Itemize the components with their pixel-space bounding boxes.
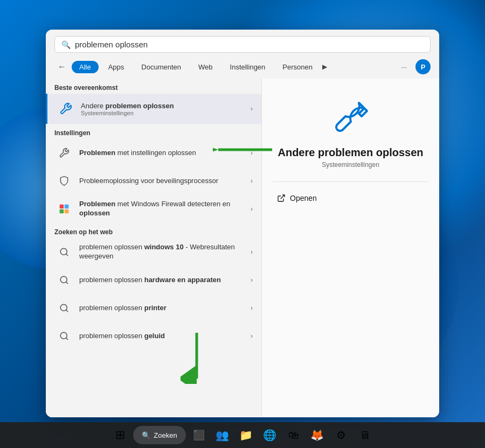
web-search-icon-4	[54, 326, 74, 346]
list-item-beveiligingsprocessor[interactable]: Probleemoplossing voor beveilingsprocess…	[46, 167, 261, 195]
list-item-arrow-web4: ›	[251, 332, 253, 340]
list-item-content-1: Problemen met instellingen oplossen	[74, 149, 251, 158]
search-input-wrapper[interactable]: 🔍 problemen oplossen	[54, 36, 431, 53]
taskbar-taskview-button[interactable]: ⬛	[188, 424, 210, 446]
open-label: Openen	[290, 194, 317, 202]
best-match-subtitle: Systeeminstellingen	[81, 110, 251, 116]
list-item-content-2: Probleemoplossing voor beveilingsprocess…	[74, 177, 251, 186]
taskbar: ⊞ 🔍 Zoeken ⬛ 👥 📁 🌐 🛍 🦊 ⚙ 🖥	[0, 422, 485, 448]
taskbar-remote-button[interactable]: 🖥	[354, 424, 376, 446]
taskbar-store-button[interactable]: 🛍	[283, 424, 304, 446]
svg-line-12	[281, 195, 285, 199]
search-bar-area: 🔍 problemen oplossen	[46, 30, 439, 57]
list-item-content-3: Problemen met Windows Firewall detectere…	[74, 200, 251, 218]
right-panel: Andere problemen oplossen Systeeminstell…	[261, 79, 439, 417]
firewall-icon	[54, 199, 74, 219]
back-button[interactable]: ←	[54, 60, 70, 74]
list-item-content-web3: problemen oplossen printer	[74, 304, 251, 313]
best-match-arrow: ›	[251, 105, 253, 113]
svg-line-7	[66, 282, 67, 283]
section-label-web: Zoeken op het web	[46, 223, 261, 238]
right-panel-title: Andere problemen oplossen	[278, 146, 423, 159]
svg-rect-1	[65, 205, 69, 209]
tab-alle[interactable]: Alle	[72, 61, 99, 73]
taskbar-teams-button[interactable]: 👥	[212, 424, 233, 446]
section-label-instellingen: Instellingen	[46, 124, 261, 139]
list-item-title-3: Problemen met Windows Firewall detectere…	[79, 200, 251, 218]
section-label-beste: Beste overeenkomst	[46, 79, 261, 94]
right-panel-divider	[273, 181, 428, 182]
svg-rect-3	[65, 209, 69, 214]
web-search-icon-3	[54, 298, 74, 318]
best-match-title: Andere problemen oplossen	[81, 102, 251, 110]
svg-line-5	[66, 254, 67, 255]
list-item-arrow-3: ›	[251, 205, 253, 213]
list-item-web-windows10[interactable]: problemen oplossen windows 10 - Webresul…	[46, 238, 261, 266]
list-item-title-web2: problemen oplossen hardware en apparaten	[79, 276, 251, 285]
search-input[interactable]: problemen oplossen	[75, 40, 424, 49]
filter-tabs: ← Alle Apps Documenten Web Instellingen …	[46, 57, 439, 79]
tab-more-area: ··· P	[397, 59, 431, 74]
open-button[interactable]: Openen	[273, 191, 321, 206]
tab-more-button[interactable]: ···	[397, 61, 411, 73]
list-item-content-web4: problemen oplossen geluid	[74, 332, 251, 341]
list-item-web-geluid[interactable]: problemen oplossen geluid ›	[46, 322, 261, 350]
taskbar-edge-button[interactable]: 🌐	[259, 424, 281, 446]
svg-line-11	[66, 338, 67, 339]
taskbar-firefox-button[interactable]: 🦊	[307, 424, 328, 446]
taskbar-settings-button[interactable]: ⚙	[330, 424, 352, 446]
best-match-icon	[56, 99, 75, 118]
list-item-arrow-2: ›	[251, 177, 253, 185]
list-item-title-web4: problemen oplossen geluid	[79, 332, 251, 341]
list-item-web-hardware[interactable]: problemen oplossen hardware en apparaten…	[46, 266, 261, 294]
shield-icon	[54, 171, 74, 191]
right-panel-wrench-icon	[329, 95, 372, 138]
web-search-icon-1	[54, 242, 74, 262]
svg-line-9	[66, 310, 67, 311]
list-item-web-printer[interactable]: problemen oplossen printer ›	[46, 294, 261, 322]
tab-web[interactable]: Web	[191, 61, 220, 73]
list-item-content-web1: problemen oplossen windows 10 - Webresul…	[74, 243, 251, 261]
taskbar-search-label: Zoeken	[154, 431, 177, 439]
left-panel: Beste overeenkomst Andere problemen oplo…	[46, 79, 261, 417]
list-item-arrow-web1: ›	[251, 248, 253, 256]
tab-play-button[interactable]: ▶	[322, 63, 327, 71]
taskbar-explorer-button[interactable]: 📁	[235, 424, 257, 446]
list-item-title-1: Problemen met instellingen oplossen	[79, 149, 251, 158]
settings-icon-1	[54, 143, 74, 163]
svg-rect-2	[60, 209, 64, 214]
best-match-item[interactable]: Andere problemen oplossen Systeeminstell…	[46, 94, 261, 124]
taskbar-search-icon: 🔍	[142, 431, 150, 439]
tab-instellingen[interactable]: Instellingen	[223, 61, 273, 73]
list-item-arrow-web2: ›	[251, 276, 253, 284]
list-item-content-web2: problemen oplossen hardware en apparaten	[74, 276, 251, 285]
taskbar-search-button[interactable]: 🔍 Zoeken	[133, 426, 185, 444]
tab-documenten[interactable]: Documenten	[134, 61, 189, 73]
search-window: 🔍 problemen oplossen ← Alle Apps Documen…	[46, 30, 439, 417]
list-item-problemen-instellingen[interactable]: Problemen met instellingen oplossen ›	[46, 139, 261, 167]
search-icon: 🔍	[61, 40, 71, 49]
open-icon	[277, 194, 286, 202]
best-match-text: Andere problemen oplossen Systeeminstell…	[75, 102, 251, 116]
taskbar-start-button[interactable]: ⊞	[109, 424, 131, 446]
user-avatar[interactable]: P	[415, 59, 431, 74]
content-area: Beste overeenkomst Andere problemen oplo…	[46, 79, 439, 417]
svg-rect-0	[60, 205, 64, 209]
list-item-title-web1: problemen oplossen windows 10 - Webresul…	[79, 243, 251, 261]
list-item-title-web3: problemen oplossen printer	[79, 304, 251, 313]
list-item-arrow-1: ›	[251, 149, 253, 157]
list-item-title-2: Probleemoplossing voor beveilingsprocess…	[79, 177, 251, 186]
list-item-arrow-web3: ›	[251, 304, 253, 312]
right-panel-subtitle: Systeeminstellingen	[322, 161, 379, 169]
list-item-firewall[interactable]: Problemen met Windows Firewall detectere…	[46, 195, 261, 223]
web-search-icon-2	[54, 270, 74, 290]
tab-personen[interactable]: Personen	[275, 61, 320, 73]
tab-apps[interactable]: Apps	[101, 61, 132, 73]
